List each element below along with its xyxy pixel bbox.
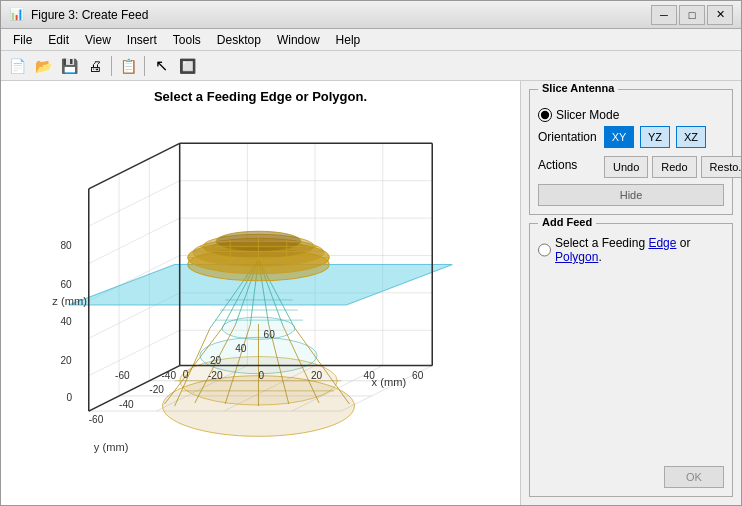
actions-row: Actions Undo Redo Resto...: [538, 152, 724, 178]
svg-text:-60: -60: [115, 370, 130, 381]
svg-text:0: 0: [67, 392, 73, 403]
add-feed-text: Select a Feeding Edge or Polygon.: [555, 236, 724, 264]
orientation-label: Orientation: [538, 130, 598, 144]
menu-desktop[interactable]: Desktop: [209, 31, 269, 49]
plot-canvas: z (mm) 0 20 40 60 80 y (mm) -60 -40 -20 …: [1, 108, 520, 502]
svg-text:0: 0: [183, 369, 189, 380]
toolbar-copy[interactable]: 📋: [116, 54, 140, 78]
ok-button[interactable]: OK: [664, 466, 724, 488]
add-feed-radio[interactable]: [538, 243, 551, 257]
menu-bar: File Edit View Insert Tools Desktop Wind…: [1, 29, 741, 51]
svg-text:60: 60: [412, 370, 424, 381]
svg-text:0: 0: [258, 370, 264, 381]
plot-svg: z (mm) 0 20 40 60 80 y (mm) -60 -40 -20 …: [1, 108, 520, 502]
redo-button[interactable]: Redo: [652, 156, 696, 178]
menu-help[interactable]: Help: [328, 31, 369, 49]
toolbar-sep-1: [111, 56, 112, 76]
menu-file[interactable]: File: [5, 31, 40, 49]
plot-area: Select a Feeding Edge or Polygon.: [1, 81, 521, 505]
main-content: Select a Feeding Edge or Polygon.: [1, 81, 741, 505]
orient-xy-button[interactable]: XY: [604, 126, 634, 148]
svg-text:-40: -40: [161, 370, 176, 381]
svg-text:80: 80: [60, 240, 72, 251]
toolbar: 📄 📂 💾 🖨 📋 ↖ 🔲: [1, 51, 741, 81]
toolbar-cursor[interactable]: ↖: [149, 54, 173, 78]
slicer-mode-radio[interactable]: [538, 108, 552, 122]
slice-antenna-title: Slice Antenna: [538, 82, 618, 94]
slice-antenna-group: Slice Antenna Slicer Mode Orientation XY…: [529, 89, 733, 215]
menu-tools[interactable]: Tools: [165, 31, 209, 49]
svg-text:-20: -20: [149, 384, 164, 395]
svg-text:y (mm): y (mm): [94, 441, 129, 453]
side-panel: Slice Antenna Slicer Mode Orientation XY…: [521, 81, 741, 505]
slicer-mode-row: Slicer Mode: [538, 108, 724, 122]
menu-view[interactable]: View: [77, 31, 119, 49]
svg-text:-40: -40: [119, 399, 134, 410]
svg-text:40: 40: [364, 370, 376, 381]
close-button[interactable]: ✕: [707, 5, 733, 25]
svg-text:-60: -60: [89, 414, 104, 425]
svg-text:x (mm): x (mm): [372, 376, 407, 388]
minimize-button[interactable]: ─: [651, 5, 677, 25]
menu-window[interactable]: Window: [269, 31, 328, 49]
plot-title: Select a Feeding Edge or Polygon.: [1, 81, 520, 108]
add-feed-group: Add Feed Select a Feeding Edge or Polygo…: [529, 223, 733, 497]
toolbar-zoom[interactable]: 🔲: [175, 54, 199, 78]
svg-text:20: 20: [210, 355, 222, 366]
window-title: Figure 3: Create Feed: [31, 8, 651, 22]
edge-link[interactable]: Edge: [648, 236, 676, 250]
toolbar-save[interactable]: 💾: [57, 54, 81, 78]
svg-text:60: 60: [264, 329, 276, 340]
polygon-link[interactable]: Polygon: [555, 250, 598, 264]
svg-text:40: 40: [60, 316, 72, 327]
svg-text:20: 20: [311, 370, 323, 381]
toolbar-sep-2: [144, 56, 145, 76]
toolbar-open[interactable]: 📂: [31, 54, 55, 78]
undo-button[interactable]: Undo: [604, 156, 648, 178]
title-bar: 📊 Figure 3: Create Feed ─ □ ✕: [1, 1, 741, 29]
toolbar-new[interactable]: 📄: [5, 54, 29, 78]
add-feed-title: Add Feed: [538, 216, 596, 228]
add-feed-row: Select a Feeding Edge or Polygon.: [538, 236, 724, 264]
svg-text:z (mm): z (mm): [52, 295, 87, 307]
svg-text:40: 40: [235, 343, 247, 354]
hide-button[interactable]: Hide: [538, 184, 724, 206]
actions-label: Actions: [538, 158, 598, 172]
actions-buttons: Undo Redo Resto...: [604, 156, 741, 178]
svg-text:-20: -20: [208, 370, 223, 381]
menu-insert[interactable]: Insert: [119, 31, 165, 49]
main-window: 📊 Figure 3: Create Feed ─ □ ✕ File Edit …: [0, 0, 742, 506]
orientation-row: Orientation XY YZ XZ: [538, 126, 724, 148]
slicer-mode-label: Slicer Mode: [556, 108, 619, 122]
svg-text:20: 20: [60, 355, 72, 366]
toolbar-print[interactable]: 🖨: [83, 54, 107, 78]
orient-xz-button[interactable]: XZ: [676, 126, 706, 148]
window-icon: 📊: [9, 7, 25, 23]
menu-edit[interactable]: Edit: [40, 31, 77, 49]
maximize-button[interactable]: □: [679, 5, 705, 25]
restore-button[interactable]: Resto...: [701, 156, 741, 178]
svg-text:60: 60: [60, 279, 72, 290]
orient-yz-button[interactable]: YZ: [640, 126, 670, 148]
title-controls: ─ □ ✕: [651, 5, 733, 25]
